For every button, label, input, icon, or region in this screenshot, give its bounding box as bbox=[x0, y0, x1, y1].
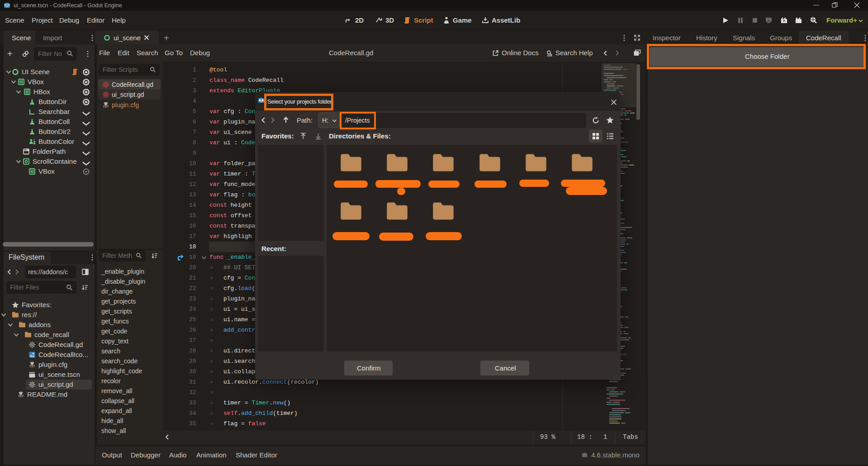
svg-text:TXT: TXT bbox=[18, 395, 24, 398]
svg-text:DOC: DOC bbox=[547, 54, 553, 57]
svg-text:TXT: TXT bbox=[29, 365, 35, 368]
svg-text:TXT: TXT bbox=[103, 105, 109, 108]
